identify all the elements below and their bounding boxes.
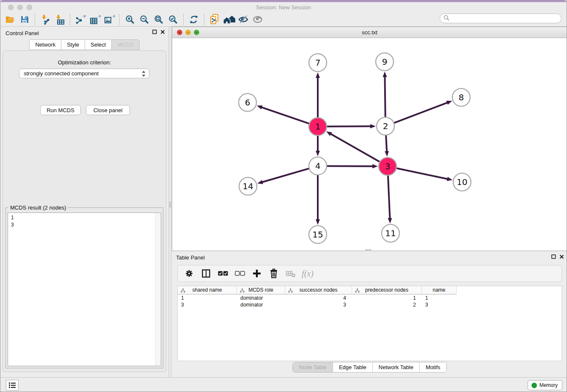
table-cell[interactable]: 1: [352, 295, 422, 301]
node-table-body: 1dominator4113dominator323: [178, 295, 561, 308]
table-cell[interactable]: 1: [178, 295, 237, 301]
optimization-criterion-label: Optimization criterion:: [3, 59, 166, 66]
table-cell[interactable]: 3: [285, 301, 352, 308]
control-panel-header: Control Panel: [0, 27, 168, 39]
criterion-dropdown[interactable]: strongly connected component: [19, 69, 149, 78]
tab-mcds[interactable]: MCDS: [112, 39, 139, 50]
table-cell[interactable]: dominator: [237, 301, 285, 308]
graph-edge-3-11[interactable]: [388, 175, 390, 219]
tab-node-table[interactable]: Node Table: [293, 362, 333, 372]
hierarchy-icon: [355, 288, 360, 294]
toolbar-separator: [70, 14, 70, 25]
search-input[interactable]: [451, 16, 561, 22]
column-header-name[interactable]: name: [422, 286, 457, 295]
run-mcds-button[interactable]: Run MCDS: [40, 105, 81, 115]
add-row-icon[interactable]: [250, 267, 264, 280]
search-field[interactable]: [440, 14, 561, 23]
column-header-MCDS-role[interactable]: MCDS role: [237, 286, 285, 295]
table-panel: Table Panel: [172, 251, 567, 377]
chevron-updown-icon: [142, 70, 146, 79]
memory-button[interactable]: Memory: [528, 380, 562, 390]
table-options-icon[interactable]: [182, 267, 196, 280]
hierarchy-icon: [288, 288, 293, 294]
export-image-icon[interactable]: [102, 14, 116, 25]
import-network-icon[interactable]: [38, 14, 52, 25]
import-table-icon[interactable]: [52, 14, 67, 25]
deselect-all-checkboxes-icon[interactable]: [233, 267, 247, 280]
table-row[interactable]: 1dominator411: [178, 295, 561, 301]
close-panel-icon[interactable]: [160, 30, 165, 34]
close-panel-button[interactable]: Close panel: [86, 105, 130, 115]
delete-row-icon[interactable]: [267, 267, 281, 280]
column-header-predecessor-nodes[interactable]: predecessor nodes: [352, 286, 422, 295]
tab-network-table[interactable]: Network Table: [372, 362, 419, 372]
table-cell[interactable]: 3: [178, 301, 237, 308]
table-cell[interactable]: 1: [422, 295, 457, 301]
network-canvas[interactable]: 7968124314101511: [172, 38, 567, 251]
column-header-successor-nodes[interactable]: successor nodes: [285, 286, 352, 295]
save-session-icon[interactable]: [17, 14, 32, 25]
table-cell[interactable]: 2: [352, 301, 422, 308]
mcds-panel: Optimization criterion: strongly connect…: [3, 50, 166, 372]
select-all-checkboxes-icon[interactable]: [216, 267, 230, 280]
application-window: Session: New Session: [0, 0, 567, 392]
graph-edge-3-1[interactable]: [330, 134, 380, 162]
home-view-icon[interactable]: [222, 14, 236, 25]
tab-network[interactable]: Network: [29, 39, 61, 50]
table-cell[interactable]: 4: [285, 295, 352, 301]
result-scrollbar[interactable]: [155, 213, 161, 366]
toolbar-separator: [183, 14, 184, 25]
graph-node-label: 9: [382, 57, 388, 67]
float-table-panel-icon[interactable]: [551, 254, 556, 259]
splitter-grip[interactable]: [169, 202, 171, 207]
column-header-shared-name[interactable]: shared name: [178, 286, 237, 295]
graph-node-label: 1: [315, 121, 321, 132]
network-view-window: × − + scc.txt 7968124314101511: [172, 27, 567, 251]
table-cell[interactable]: 3: [422, 301, 457, 308]
graph-edge-3-10[interactable]: [396, 168, 448, 179]
graph-edge-1-6[interactable]: [261, 107, 309, 124]
table-tabbar: Node TableEdge TableNetwork TableMotifs: [172, 362, 567, 373]
graph-edge-2-8[interactable]: [394, 102, 448, 123]
status-bar: Memory: [0, 377, 567, 392]
export-table-icon[interactable]: [88, 14, 102, 25]
tab-select[interactable]: Select: [85, 39, 112, 50]
show-graphics-details-icon[interactable]: [250, 14, 265, 25]
graph-edge-2-9[interactable]: [385, 76, 385, 117]
open-session-icon[interactable]: [3, 14, 17, 25]
window-titlebar: Session: New Session: [0, 2, 567, 12]
task-history-button[interactable]: [6, 380, 19, 391]
search-icon: [443, 14, 450, 23]
zoom-out-icon[interactable]: [137, 14, 151, 25]
graph-edge-1-2[interactable]: [327, 126, 371, 127]
graph-edge-4-3[interactable]: [327, 166, 373, 166]
refresh-icon[interactable]: [187, 14, 201, 25]
graph-node-label: 10: [457, 177, 467, 187]
function-builder-icon[interactable]: f(x): [300, 267, 315, 280]
tab-style[interactable]: Style: [61, 39, 85, 50]
hide-graphics-details-icon[interactable]: [236, 14, 250, 25]
zoom-selected-icon[interactable]: [166, 14, 180, 25]
zoom-fit-icon[interactable]: [151, 14, 166, 25]
tab-motifs[interactable]: Motifs: [419, 362, 446, 372]
graph-edge-4-14[interactable]: [262, 168, 309, 182]
memory-status-icon: [531, 383, 537, 388]
zoom-in-icon[interactable]: [123, 14, 137, 25]
close-table-panel-icon[interactable]: [559, 254, 564, 259]
table-cell[interactable]: dominator: [237, 295, 285, 301]
vertical-splitter[interactable]: [168, 27, 172, 377]
graph-node-label: 2: [383, 121, 388, 131]
float-panel-icon[interactable]: [152, 30, 157, 34]
export-network-icon[interactable]: [73, 14, 88, 25]
control-panel: Control Panel NetworkStyleSelectMCDS Opt…: [0, 27, 168, 377]
node-table[interactable]: shared nameMCDS rolesuccessor nodesprede…: [177, 286, 562, 361]
graph-node-label: 6: [245, 97, 250, 108]
delete-table-icon[interactable]: [284, 267, 298, 280]
table-row[interactable]: 3dominator323: [178, 301, 561, 308]
show-columns-icon[interactable]: [199, 267, 213, 280]
tab-edge-table[interactable]: Edge Table: [333, 362, 372, 372]
graph-edge-2-3[interactable]: [386, 135, 387, 152]
clone-network-icon[interactable]: [207, 14, 222, 25]
mcds-result-text[interactable]: 1 3: [8, 213, 161, 366]
network-window-title: scc.txt: [172, 29, 567, 36]
